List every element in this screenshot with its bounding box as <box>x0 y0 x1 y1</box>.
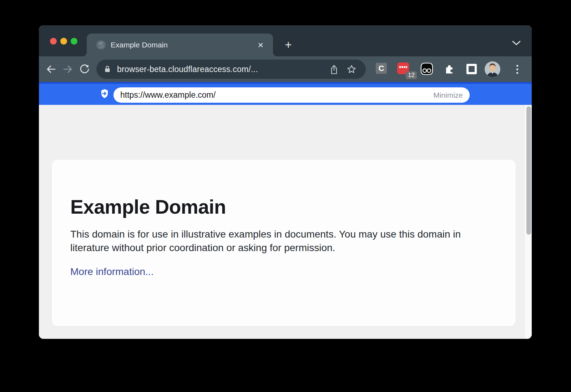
kebab-dot <box>516 65 518 67</box>
extensions-menu-button[interactable] <box>444 63 455 76</box>
globe-favicon-icon <box>96 40 106 50</box>
tab-title: Example Domain <box>111 41 257 49</box>
share-button[interactable] <box>329 65 339 74</box>
page-title: Example Domain <box>70 195 516 218</box>
tab-strip: Example Domain ✕ + <box>39 25 532 56</box>
tab-close-icon[interactable]: ✕ <box>257 41 264 49</box>
star-icon <box>347 64 357 74</box>
isolation-url-input[interactable]: https://www.example.com/ Minimize <box>113 87 470 103</box>
macos-close-button[interactable] <box>50 38 57 45</box>
back-arrow-icon <box>46 64 56 75</box>
browser-menu-button[interactable] <box>515 63 520 76</box>
macos-minimize-button[interactable] <box>60 38 67 45</box>
address-bar-url: browser-beta.cloudflareaccess.com/... <box>117 65 322 74</box>
minimize-button[interactable]: Minimize <box>433 91 463 100</box>
forward-arrow-icon <box>62 64 73 75</box>
more-information-link[interactable]: More information... <box>70 266 153 278</box>
scrollbar-thumb[interactable] <box>526 106 531 235</box>
two-circles-icon <box>420 62 433 75</box>
back-button[interactable] <box>45 63 57 76</box>
reload-icon <box>79 64 90 75</box>
chevron-down-icon[interactable] <box>512 40 521 46</box>
puzzle-icon <box>444 63 455 75</box>
avatar-photo <box>485 61 500 77</box>
extension-c-button[interactable]: C <box>376 63 387 74</box>
new-tab-button[interactable]: + <box>282 38 295 51</box>
lock-icon[interactable] <box>103 65 112 74</box>
share-icon <box>329 65 339 74</box>
page-viewport: Example Domain This domain is for use in… <box>39 105 532 339</box>
side-panel-button[interactable] <box>466 64 477 74</box>
forward-button[interactable] <box>61 63 74 76</box>
content-card: Example Domain This domain is for use in… <box>52 160 516 326</box>
kebab-dot <box>516 68 518 70</box>
address-bar[interactable]: browser-beta.cloudflareaccess.com/... <box>96 60 366 79</box>
page-paragraph: This domain is for use in illustrative e… <box>70 228 481 255</box>
reload-button[interactable] <box>78 63 91 76</box>
isolation-url-value: https://www.example.com/ <box>120 90 433 100</box>
extension-circles-button[interactable] <box>420 62 433 77</box>
extension-badge: 12 <box>406 71 417 79</box>
macos-zoom-button[interactable] <box>71 38 77 45</box>
browser-window: Example Domain ✕ + <box>39 25 532 339</box>
bookmark-button[interactable] <box>347 64 357 74</box>
shield-arrow-icon <box>100 89 109 99</box>
kebab-dot <box>516 72 518 74</box>
extension-c-label: C <box>379 64 384 73</box>
isolation-url-bar: https://www.example.com/ Minimize <box>39 82 532 105</box>
browser-toolbar: browser-beta.cloudflareaccess.com/... C <box>39 56 532 82</box>
desktop-background: Example Domain ✕ + <box>0 0 571 392</box>
profile-avatar[interactable] <box>485 61 500 77</box>
browser-tab[interactable]: Example Domain ✕ <box>87 34 273 56</box>
